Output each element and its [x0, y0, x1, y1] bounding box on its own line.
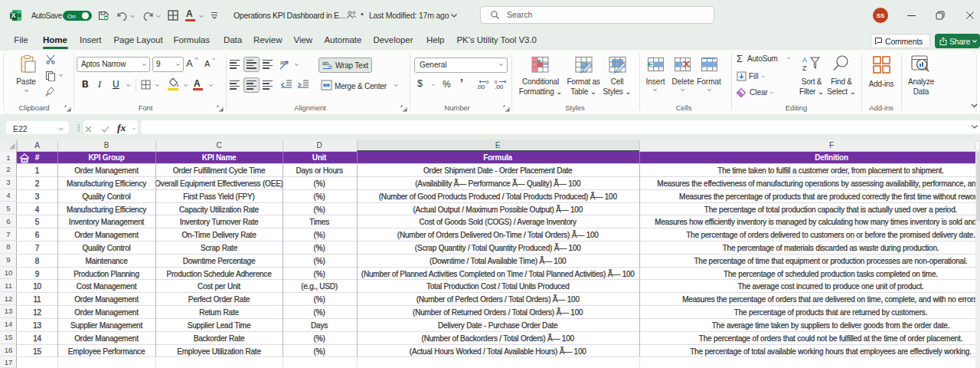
- svg-text:A: A: [802, 56, 807, 64]
- svg-text:ab: ab: [280, 60, 286, 65]
- svg-text:X: X: [11, 12, 16, 19]
- svg-text:Z: Z: [802, 64, 807, 71]
- svg-text:.00: .00: [476, 84, 485, 90]
- svg-text:0: 0: [486, 80, 489, 84]
- svg-text:ab: ab: [322, 61, 328, 66]
